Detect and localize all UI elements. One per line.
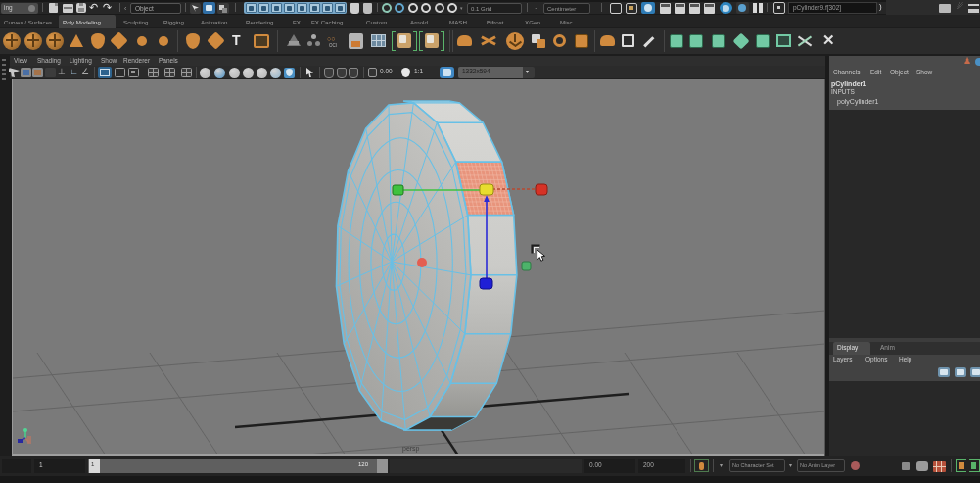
svg-text:persp: persp: [402, 445, 420, 453]
